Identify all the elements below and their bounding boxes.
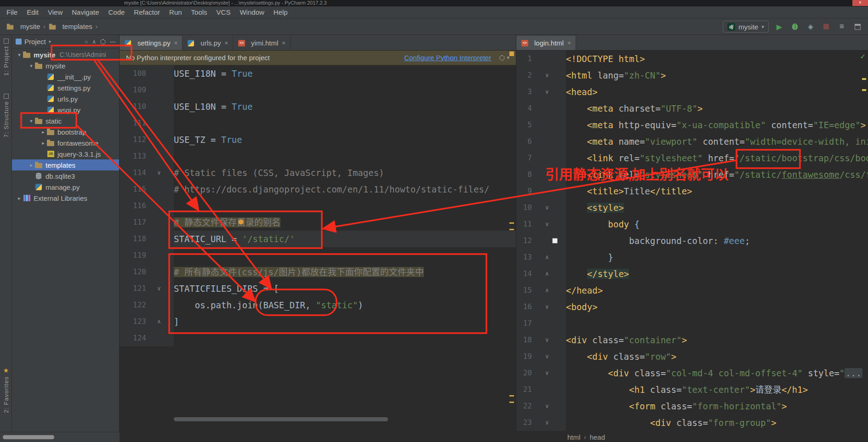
- coverage-button[interactable]: ◈: [805, 22, 816, 32]
- code-line-8[interactable]: 8 <link rel="stylesheet" href="/static/f…: [516, 166, 868, 183]
- tree-item-static[interactable]: ▾static: [12, 115, 119, 126]
- code-line-108[interactable]: 108USE_I18N = True: [120, 65, 516, 82]
- close-tab-icon[interactable]: ×: [567, 40, 571, 46]
- file-breadcrumb-html[interactable]: html: [567, 433, 580, 441]
- menu-run[interactable]: Run: [165, 8, 187, 16]
- fold-icon[interactable]: ∨: [532, 216, 562, 232]
- code-line-23[interactable]: 23∨ <div class="form-group">: [516, 414, 868, 431]
- tree-item-mysite[interactable]: ▾mysiteC:\Users\Admini: [12, 49, 119, 60]
- fold-icon[interactable]: ∨: [532, 348, 562, 365]
- code-line-118[interactable]: 118STATIC_URL = '/static/': [120, 231, 516, 247]
- banner-gear-icon[interactable]: [499, 55, 505, 61]
- warning-stripe-mark[interactable]: [862, 89, 866, 91]
- collapse-all-icon[interactable]: ∧: [92, 39, 96, 45]
- breadcrumb-mysite[interactable]: mysite: [6, 23, 40, 30]
- code-line-13[interactable]: 13∧ }: [516, 249, 868, 266]
- code-line-112[interactable]: 112USE_TZ = True: [120, 131, 516, 148]
- tree-item-db-sqlite3[interactable]: db.sqlite3: [12, 170, 119, 181]
- code-line-17[interactable]: 17: [516, 315, 868, 332]
- run-config-select[interactable]: dj mysite ▾: [723, 21, 769, 33]
- menu-vcs[interactable]: VCS: [212, 8, 235, 16]
- error-stripe-mark[interactable]: [509, 395, 514, 397]
- inspection-ok-icon[interactable]: ✓: [860, 52, 866, 61]
- tab-urls-py[interactable]: urls.py×: [183, 36, 233, 50]
- code-line-18[interactable]: 18∨<div class="container">: [516, 332, 868, 348]
- collapsed-arrow-icon[interactable]: ▸: [40, 140, 47, 146]
- tab-settings-py[interactable]: settings.py×: [120, 36, 183, 50]
- fold-icon[interactable]: ∨: [532, 332, 562, 348]
- breadcrumb-templates[interactable]: templates: [49, 23, 92, 30]
- close-tab-icon[interactable]: ×: [225, 40, 228, 46]
- menu-refactor[interactable]: Refactor: [129, 8, 165, 16]
- code-line-14[interactable]: 14∧ </style>: [516, 266, 868, 282]
- tool-options-button[interactable]: ≡: [837, 22, 847, 32]
- project-panel-title[interactable]: Project ▾: [16, 38, 51, 45]
- tab-login-html[interactable]: login.html×: [516, 36, 576, 50]
- window-layout-button[interactable]: [852, 22, 862, 32]
- fold-icon[interactable]: ∨: [532, 84, 562, 100]
- expanded-arrow-icon[interactable]: ▾: [28, 63, 35, 69]
- tree-item-templates[interactable]: ▸templates: [12, 159, 119, 170]
- code-line-122[interactable]: 122 os.path.join(BASE_DIR, "static"): [120, 297, 516, 313]
- fold-icon[interactable]: ∨: [532, 414, 562, 431]
- code-line-121[interactable]: 121∨STATICFILES_DIRS = [: [120, 280, 516, 297]
- code-line-21[interactable]: 21 <h1 class="text-center">请登录</h1>: [516, 381, 868, 398]
- code-line-117[interactable]: 117# 静态文件保存目录的别名: [120, 214, 516, 231]
- menu-tools[interactable]: Tools: [187, 8, 212, 16]
- code-line-116[interactable]: 116: [120, 198, 516, 214]
- collapsed-arrow-icon[interactable]: ▸: [28, 162, 35, 168]
- fold-icon[interactable]: ∨: [146, 164, 172, 181]
- tree-item-fontawesome[interactable]: ▸fontawesome: [12, 137, 119, 148]
- tree-item-bootstrap[interactable]: ▸bootstrap: [12, 126, 119, 137]
- code-line-109[interactable]: 109: [120, 82, 516, 98]
- fold-icon[interactable]: ∧: [146, 313, 172, 330]
- configure-interpreter-link[interactable]: Configure Python Interpreter: [404, 54, 491, 62]
- code-line-4[interactable]: 4 <meta charset="UTF-8">: [516, 100, 868, 117]
- fold-icon[interactable]: ∨: [532, 365, 562, 381]
- toolwindow-button-project[interactable]: 1: Project: [0, 39, 12, 76]
- menu-navigate[interactable]: Navigate: [67, 8, 103, 16]
- warning-stripe-mark[interactable]: [862, 78, 866, 80]
- run-button[interactable]: ▶: [774, 22, 784, 32]
- menu-help[interactable]: Help: [269, 8, 292, 16]
- expanded-arrow-icon[interactable]: ▾: [28, 118, 35, 124]
- close-tab-icon[interactable]: ×: [174, 40, 178, 46]
- code-line-1[interactable]: 1<!DOCTYPE html>: [516, 51, 868, 67]
- fold-icon[interactable]: ∨: [146, 280, 172, 297]
- code-line-5[interactable]: 5 <meta http-equiv="x-ua-compatible" con…: [516, 117, 868, 133]
- code-line-9[interactable]: 9 <title>Title</title>: [516, 183, 868, 199]
- code-line-10[interactable]: 10∨ <style>: [516, 199, 868, 216]
- code-line-3[interactable]: 3∨<head>: [516, 84, 868, 100]
- menu-code[interactable]: Code: [103, 8, 129, 16]
- error-stripe-mark[interactable]: [509, 402, 514, 403]
- menu-edit[interactable]: Edit: [22, 8, 43, 16]
- collapsed-arrow-icon[interactable]: ▸: [40, 129, 47, 135]
- error-stripe-mark[interactable]: [509, 51, 514, 56]
- error-stripe-mark[interactable]: [509, 222, 514, 224]
- debug-button[interactable]: [790, 22, 800, 32]
- code-line-15[interactable]: 15∧</head>: [516, 282, 868, 299]
- close-tab-icon[interactable]: ×: [282, 40, 286, 46]
- error-stripe-mark[interactable]: [509, 229, 514, 230]
- code-line-119[interactable]: 119: [120, 247, 516, 264]
- code-line-124[interactable]: 124: [120, 330, 516, 346]
- horizontal-scrollbar[interactable]: [174, 417, 388, 421]
- code-line-6[interactable]: 6 <meta name="viewport" content="width=d…: [516, 133, 868, 150]
- code-line-16[interactable]: 16∨<body>: [516, 299, 868, 315]
- fold-icon[interactable]: ∧: [532, 249, 562, 266]
- fold-icon[interactable]: ∨: [532, 299, 562, 315]
- tree-item-external-libraries[interactable]: ▸External Libraries: [12, 193, 119, 204]
- stop-button[interactable]: [821, 22, 831, 32]
- code-line-11[interactable]: 11∨ body {: [516, 216, 868, 232]
- code-line-120[interactable]: 120# 所有静态文件(css/js/图片)都放在我下面你配置的文件夹中: [120, 264, 516, 280]
- fold-icon[interactable]: ∧: [532, 282, 562, 299]
- file-breadcrumb-head[interactable]: head: [590, 433, 605, 441]
- code-line-2[interactable]: 2∨<html lang="zh-CN">: [516, 67, 868, 84]
- fold-icon[interactable]: ∧: [532, 266, 562, 282]
- menu-window[interactable]: Window: [235, 8, 268, 16]
- code-line-111[interactable]: 111: [120, 115, 516, 131]
- fold-icon[interactable]: ∨: [532, 67, 562, 84]
- tree-item--init-py[interactable]: __init__.py: [12, 71, 119, 82]
- fold-icon[interactable]: ∨: [532, 199, 562, 216]
- expanded-arrow-icon[interactable]: ▾: [16, 52, 23, 58]
